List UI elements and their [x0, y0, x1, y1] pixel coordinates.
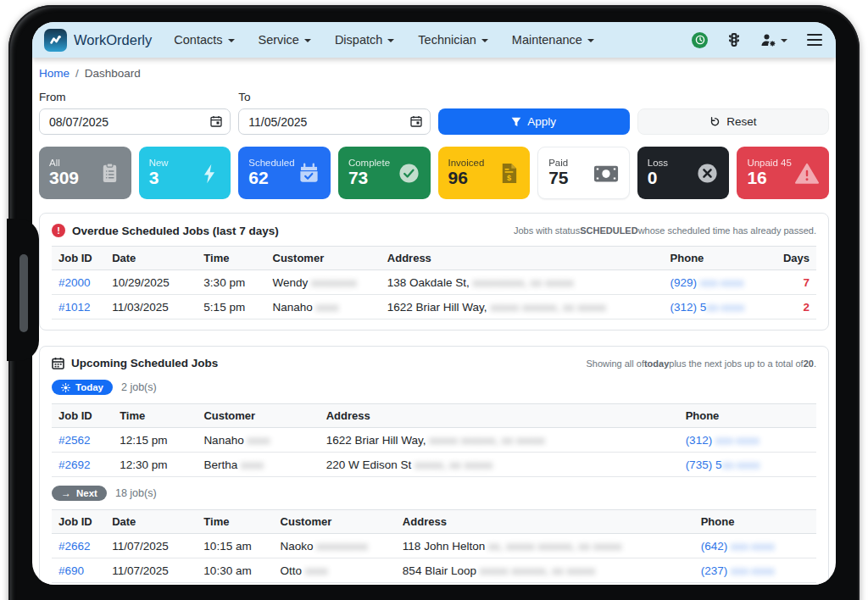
redacted-text: xxxxx, xx xxxxx: [415, 458, 492, 471]
reset-undo-icon: [709, 116, 721, 127]
stoplights-icon[interactable]: [727, 32, 741, 47]
dashboard-content: Home / Dashboard From: [32, 58, 836, 585]
device-side-button-slider: [19, 254, 28, 332]
to-date-input[interactable]: [238, 108, 430, 135]
redacted-text: xxxxxxxxx: [316, 540, 368, 553]
job-link[interactable]: #690: [58, 564, 84, 577]
job-link[interactable]: #1012: [58, 301, 91, 314]
nav-dispatch[interactable]: Dispatch: [335, 33, 394, 47]
phone-link[interactable]: (929) xxx-xxxx: [670, 276, 744, 289]
nav-technician[interactable]: Technician: [418, 33, 488, 47]
today-badge: Today: [52, 380, 113, 395]
today-job-count: 2 job(s): [121, 381, 157, 393]
status-card-new[interactable]: New3: [139, 147, 231, 199]
phone-link[interactable]: (312) xxx-xxxx: [686, 434, 760, 447]
redacted-text: xxx-xxxx: [731, 540, 775, 553]
lightning-icon: [198, 163, 220, 185]
calendar-icon[interactable]: [410, 115, 422, 127]
chevron-down-icon: [387, 39, 394, 42]
next-jobs-table: Job ID Date Time Customer Address Phone …: [52, 509, 816, 585]
status-card-loss[interactable]: Loss0: [637, 147, 730, 199]
clipboard-list-icon: [98, 162, 121, 185]
breadcrumb-current: Dashboard: [85, 67, 141, 80]
chevron-down-icon: [781, 39, 787, 42]
svg-text:$: $: [507, 174, 511, 182]
calendar-icon[interactable]: [210, 115, 222, 127]
phone-link[interactable]: (735) 5xx-xxxx: [686, 458, 760, 471]
nav-contacts[interactable]: Contacts: [174, 33, 234, 47]
redacted-text: xx, xxxxx xxxxxx, xx xxxxx: [488, 540, 622, 553]
days-overdue: 2: [771, 295, 816, 319]
redacted-text: xxx-xxxx: [715, 434, 760, 447]
overdue-panel-subtitle: Jobs with statusSCHEDULEDwhose scheduled…: [514, 225, 816, 236]
breadcrumb-home-link[interactable]: Home: [39, 67, 70, 80]
job-link[interactable]: #2000: [58, 276, 91, 289]
status-card-invoiced[interactable]: Invoiced96 $: [438, 147, 531, 199]
upcoming-panel-title: Upcoming Scheduled Jobs: [71, 357, 218, 369]
redacted-text: xxx-xxxx: [700, 276, 744, 289]
chevron-down-icon: [587, 39, 594, 42]
breadcrumb: Home / Dashboard: [39, 67, 829, 80]
navbar: WorkOrderly Contacts Service Dispatch Te…: [32, 22, 836, 58]
warning-triangle-icon: [795, 163, 819, 185]
status-card-all[interactable]: All309: [39, 147, 131, 199]
clock-icon[interactable]: [692, 32, 708, 48]
redacted-text: xxxx: [241, 458, 264, 471]
phone-link[interactable]: (312) 5xx-xxxx: [670, 301, 745, 314]
apply-button[interactable]: Apply: [438, 108, 630, 135]
redacted-text: xxxxxxxx: [311, 276, 357, 289]
table-header-row: Job ID Date Time Customer Address Phone …: [52, 247, 816, 270]
redacted-text: xx-xxxx: [721, 458, 760, 471]
table-row: #1012 11/03/2025 5:15 pm Nanaho xxxx 162…: [52, 295, 816, 319]
chevron-down-icon: [304, 39, 311, 42]
job-link[interactable]: #2662: [58, 540, 91, 553]
workorderly-logo-icon[interactable]: [44, 29, 67, 52]
page: WorkOrderly Contacts Service Dispatch Te…: [0, 0, 868, 600]
filter-funnel-icon: [511, 117, 521, 127]
phone-link[interactable]: (642) xxx-xxxx: [701, 540, 775, 553]
overdue-jobs-table: Job ID Date Time Customer Address Phone …: [52, 246, 816, 319]
today-jobs-table: Job ID Time Customer Address Phone #2562…: [52, 403, 816, 477]
invoice-dollar-icon: $: [498, 162, 520, 185]
status-card-complete[interactable]: Complete73: [338, 147, 431, 199]
redacted-text: xxxx: [247, 434, 270, 447]
chevron-down-icon: [228, 39, 235, 42]
sun-icon: [61, 383, 70, 392]
cash-icon: [593, 164, 619, 183]
screen: WorkOrderly Contacts Service Dispatch Te…: [32, 22, 836, 585]
from-date-input[interactable]: [39, 108, 231, 135]
calendar-check-icon: [298, 162, 320, 185]
redacted-text: xxxxx xxxxxx, xx xxxxx: [429, 434, 545, 447]
table-row: #2562 12:15 pm Nanaho xxxx 1622 Briar Hi…: [52, 428, 816, 453]
next-job-count: 18 job(s): [115, 487, 157, 499]
status-card-paid[interactable]: Paid75: [537, 147, 630, 199]
device-side-button: [7, 219, 39, 361]
nav-maintenance[interactable]: Maintenance: [512, 33, 594, 47]
upcoming-panel-subtitle: Showing all oftodayplus the next jobs up…: [586, 358, 816, 369]
overdue-jobs-panel: ! Overdue Scheduled Jobs (last 7 days) J…: [39, 213, 829, 331]
main-menu: Contacts Service Dispatch Technician Mai…: [174, 33, 594, 47]
navbar-actions: [692, 32, 822, 48]
table-row: #2000 10/29/2025 3:30 pm Wendy xxxxxxxx …: [52, 270, 816, 295]
days-overdue: 7: [771, 270, 816, 295]
user-gear-icon[interactable]: [760, 33, 787, 47]
table-row: #1143 11/07/2025 11:15 am Chantal xxx 63…: [52, 583, 816, 586]
status-card-row: All309 New3: [39, 147, 829, 199]
nav-service[interactable]: Service: [259, 33, 311, 47]
from-label: From: [39, 91, 231, 104]
redacted-text: xxxxx xxxxxx, xx xxxxx: [480, 564, 596, 577]
redacted-text: xxxx: [305, 564, 328, 577]
status-card-scheduled[interactable]: Scheduled62: [238, 147, 331, 199]
next-badge: → Next: [52, 486, 107, 501]
status-card-unpaid[interactable]: Unpaid 4516: [737, 147, 829, 199]
job-link[interactable]: #2562: [58, 434, 91, 447]
chevron-down-icon: [481, 39, 488, 42]
job-link[interactable]: #2692: [58, 458, 91, 471]
redacted-text: xxx-xxxx: [731, 564, 775, 577]
menu-icon[interactable]: [807, 34, 822, 46]
redacted-text: xxxx: [316, 301, 339, 314]
brand-title: WorkOrderly: [74, 32, 152, 48]
phone-link[interactable]: (237) xxx-xxxx: [701, 564, 775, 577]
reset-button[interactable]: Reset: [637, 108, 829, 135]
alert-exclamation-icon: !: [52, 224, 65, 237]
